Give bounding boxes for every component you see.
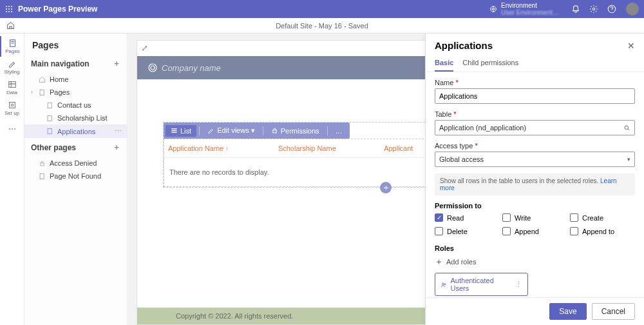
environment-picker[interactable]: Environment User Environment… [489,2,559,16]
svg-point-4 [8,8,10,10]
svg-point-10 [592,8,595,10]
crumb-text: Default Site - May 16 - Saved [276,22,368,30]
svg-point-23 [151,66,155,70]
svg-rect-14 [9,103,15,108]
permission-section-label: Permission to [435,202,635,210]
svg-point-29 [442,282,444,284]
svg-point-5 [11,8,12,10]
chevron-right-icon[interactable]: › [31,89,33,95]
role-chip[interactable]: Authenticated Users ⋮ [435,273,528,296]
perm-create[interactable]: Create [570,213,635,222]
sidebar-item-applications[interactable]: Applications ⋯ [24,124,127,138]
search-icon [623,124,630,132]
perm-read[interactable]: ✓Read [435,213,500,222]
list-toolbar: List Edit views ▾ Permissions [164,123,350,139]
add-section-button[interactable]: ＋ [380,182,392,193]
permissions-panel: Applications ✕ Basic Child permissions N… [425,34,644,325]
list-button[interactable]: List [166,125,196,137]
app-header: Power Pages Preview Environment User Env… [0,0,644,18]
site-logo[interactable]: Company name [147,63,221,73]
svg-point-28 [625,126,629,130]
env-name: User Environment… [501,9,559,16]
sidebar-item-home[interactable]: Home [24,73,127,86]
svg-rect-20 [41,162,44,165]
sidebar-item-not-found[interactable]: Page Not Found [24,170,127,182]
save-button[interactable]: Save [549,303,586,320]
waffle-icon[interactable] [0,5,18,13]
col-scholarship-name[interactable]: Scholarship Name [274,139,380,158]
expand-icon[interactable]: ⤢ [141,43,148,53]
svg-rect-21 [40,173,44,179]
home-icon[interactable] [0,21,21,30]
main-nav-section: Main navigation ＋ [24,54,127,73]
pages-sidebar: Pages Main navigation ＋ Home › Pages Con… [24,34,128,325]
sidebar-item-contact[interactable]: Contact us [24,99,127,112]
access-label: Access type * [435,142,635,150]
close-icon[interactable]: ✕ [627,41,635,51]
svg-point-30 [444,283,446,284]
add-roles-button[interactable]: ＋Add roles [435,256,635,268]
svg-rect-24 [171,128,176,129]
svg-rect-27 [272,130,276,133]
name-input[interactable] [435,88,635,104]
perm-delete[interactable]: Delete [435,227,500,235]
table-label: Table * [435,110,635,118]
svg-rect-13 [8,82,15,88]
svg-point-1 [8,6,10,7]
svg-rect-17 [48,103,52,108]
people-icon [440,281,448,288]
cancel-button[interactable]: Cancel [592,303,635,320]
panel-title: Applications [435,40,493,51]
sidebar-title: Pages [24,34,127,54]
add-page-icon[interactable]: ＋ [113,58,120,69]
perm-write[interactable]: Write [502,213,567,222]
sidebar-item-scholarship[interactable]: Scholarship List [24,112,127,124]
add-other-page-icon[interactable]: ＋ [113,142,120,153]
item-more-icon[interactable]: ⋯ [115,127,122,135]
settings-icon[interactable] [585,0,603,18]
tab-child[interactable]: Child permissions [462,55,518,72]
svg-point-15 [11,104,14,106]
env-label: Environment [501,2,559,9]
breadcrumb-bar: Default Site - May 16 - Saved [0,18,644,34]
avatar[interactable] [626,3,639,15]
chip-more-icon[interactable]: ⋮ [515,281,522,289]
sidebar-item-pages[interactable]: › Pages [24,86,127,99]
access-hint: Show all rows in the table to users in t… [435,173,635,195]
table-select[interactable]: Application (nd_application) [435,120,635,135]
toolbar-more-button[interactable]: … [330,125,348,137]
sidebar-item-access-denied[interactable]: Access Denied [24,157,127,170]
svg-rect-26 [171,132,176,133]
app-title: Power Pages Preview [18,5,97,14]
rail-data[interactable]: Data [0,77,24,98]
perm-append-to[interactable]: Append to [570,227,635,235]
tab-basic[interactable]: Basic [435,55,453,72]
rail-styling[interactable]: Styling [0,57,24,77]
other-pages-section: Other pages ＋ [24,138,127,157]
left-rail: Pages Styling Data Set up ⋯ [0,34,24,325]
svg-rect-18 [48,115,52,121]
svg-point-22 [149,64,156,72]
svg-point-7 [8,11,10,12]
svg-point-8 [11,11,12,12]
svg-point-0 [6,6,7,7]
svg-rect-19 [48,128,52,133]
notifications-icon[interactable] [567,0,585,18]
access-select[interactable]: Global access ▾ [435,152,635,167]
rail-setup[interactable]: Set up [0,98,24,119]
edit-views-button[interactable]: Edit views ▾ [202,124,260,137]
svg-rect-16 [40,90,44,95]
name-label: Name * [435,79,635,86]
help-icon[interactable] [603,0,621,18]
perm-append[interactable]: Append [502,227,567,235]
roles-section-label: Roles [435,244,635,252]
col-application-name[interactable]: Application Name [164,139,274,158]
svg-point-3 [6,8,7,10]
chevron-down-icon: ▾ [627,156,630,162]
panel-tabs: Basic Child permissions [426,55,644,72]
rail-more[interactable]: ⋯ [0,119,24,139]
svg-point-2 [11,6,12,7]
rail-pages[interactable]: Pages [0,36,24,57]
permissions-button[interactable]: Permissions [266,125,325,137]
svg-point-6 [6,11,7,12]
